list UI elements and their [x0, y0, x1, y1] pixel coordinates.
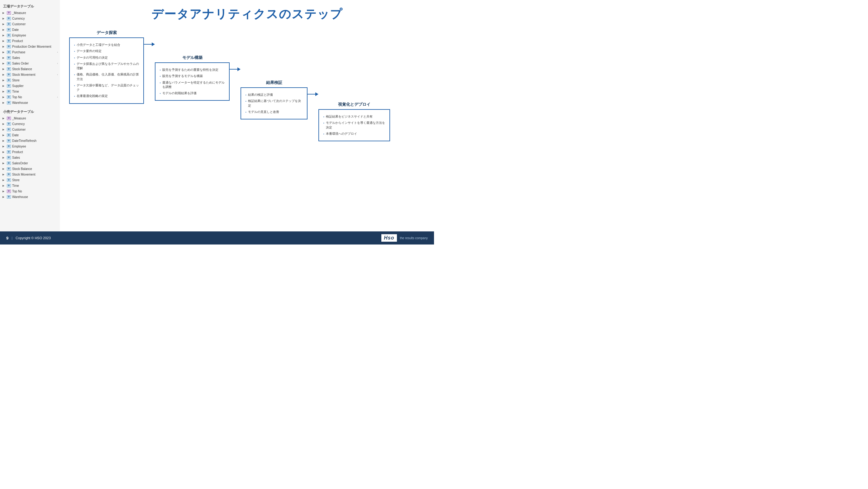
item-icon: ⊞	[6, 183, 11, 188]
expand-arrow: ▶	[2, 62, 6, 65]
step4: 視覚化とデプロイ 検証結果をビジネスサイドと共有モデルからインサイトを導く最適な…	[318, 102, 390, 141]
item-expand: ›	[57, 51, 58, 54]
sidebar-retail-item[interactable]: ▶ ⊞ Product	[0, 149, 60, 155]
item-icon: ⊞	[6, 78, 11, 82]
list-item: 販売を予測するモデルを構築	[160, 73, 225, 79]
item-label: Product	[12, 39, 23, 43]
expand-arrow: ▶	[2, 128, 6, 131]
sidebar-retail-item[interactable]: ▶ ⊞ Store	[0, 177, 60, 183]
item-icon: ⊞	[6, 84, 11, 88]
sidebar-retail-item[interactable]: ▶ ⊞ Time	[0, 183, 60, 189]
list-item: モデルからインサイトを導く最適な方法を決定	[323, 120, 385, 131]
item-label: Product	[12, 150, 23, 154]
list-item: データ探索および異なるテーブルやカラムの理解	[74, 61, 139, 72]
item-label: Top No	[12, 95, 22, 99]
sidebar: 工場データテーブル ▶ ⚙ _Measure ▶ ⊞ Currency ▶ ⊞ …	[0, 0, 60, 240]
sidebar-factory-item[interactable]: ▶ ⊞ Stock Balance	[0, 66, 60, 72]
sidebar-factory-item[interactable]: ▶ ⚙ _Measure	[0, 10, 60, 16]
sidebar-retail-item[interactable]: ▶ ⚙ Top No	[0, 189, 60, 194]
expand-arrow: ▶	[2, 23, 6, 26]
step3: 結果検証 結果の検証と評価検証結果に基づいて次のステップを決定モデルの見直しと改…	[241, 80, 308, 119]
expand-arrow: ▶	[2, 11, 6, 15]
expand-arrow: ▶	[2, 73, 6, 76]
footer: 9 | Copyright © HSO 2023 Hso the results…	[0, 231, 434, 244]
item-icon: ⚙	[6, 10, 11, 15]
expand-arrow: ▶	[2, 45, 6, 48]
item-label: Top No	[12, 190, 22, 193]
sidebar-retail-item[interactable]: ▶ ⊞ Employee	[0, 143, 60, 149]
list-item: データ要件の特定	[74, 48, 139, 54]
expand-arrow: ▶	[2, 173, 6, 176]
item-icon: ⊞	[6, 144, 11, 148]
expand-arrow: ▶	[2, 84, 6, 87]
list-item: 検証結果をビジネスサイドと共有	[323, 114, 385, 120]
sidebar-factory-item[interactable]: ▶ ⊞ Purchase ›	[0, 49, 60, 55]
sidebar-retail-item[interactable]: ▶ ⊞ Date	[0, 132, 60, 138]
expand-arrow: ▶	[2, 39, 6, 42]
item-icon: ⊞	[6, 39, 11, 43]
item-icon: ⊞	[6, 195, 11, 199]
sidebar-factory-item[interactable]: ▶ ⊞ Supplier	[0, 83, 60, 89]
sidebar-retail-item[interactable]: ▶ ⊞ Sales	[0, 155, 60, 160]
expand-arrow: ▶	[2, 90, 6, 93]
expand-arrow: ▶	[2, 117, 6, 120]
expand-arrow: ▶	[2, 67, 6, 70]
item-label: Stock Movement	[12, 73, 35, 77]
sidebar-factory-item[interactable]: ▶ ⊞ Store	[0, 77, 60, 83]
step4-box: 検証結果をビジネスサイドと共有モデルからインサイトを導く最適な方法を決定本番環境…	[318, 109, 390, 141]
sidebar-factory-item[interactable]: ▶ ⊞ Date	[0, 27, 60, 32]
item-icon: ⊞	[6, 122, 11, 126]
sidebar-retail-item[interactable]: ▶ ⊞ Customer	[0, 126, 60, 132]
sidebar-factory-item[interactable]: ▶ ⊞ Stock Movement ›	[0, 72, 60, 77]
sidebar-retail-item[interactable]: ▶ ⚙ _Measure	[0, 115, 60, 121]
sidebar-retail-item[interactable]: ▶ ⊞ Currency	[0, 121, 60, 126]
list-item: 販売を予測するための重要な特性を決定	[160, 67, 225, 73]
list-item: 結果の検証と評価	[246, 92, 303, 98]
item-icon: ⊞	[6, 133, 11, 137]
step3-box: 結果の検証と評価検証結果に基づいて次のステップを決定モデルの見直しと改善	[241, 87, 308, 119]
sidebar-factory-item[interactable]: ▶ ⊞ Product	[0, 38, 60, 44]
sidebar-factory-item[interactable]: ▶ ⊞ Top No ›	[0, 94, 60, 100]
item-icon: ⊞	[6, 161, 11, 165]
item-label: Stock Balance	[12, 67, 32, 71]
expand-arrow: ▶	[2, 34, 6, 37]
sidebar-factory-item[interactable]: ▶ ⊞ Currency	[0, 16, 60, 21]
expand-arrow: ▶	[2, 190, 6, 193]
item-icon: ⊞	[6, 27, 11, 32]
sidebar-factory-item[interactable]: ▶ ⊞ Production Order Movement	[0, 44, 60, 49]
sidebar-factory-item[interactable]: ▶ ⊞ Warehouse	[0, 100, 60, 106]
item-icon: ⊞	[6, 22, 11, 26]
item-icon: ⊞	[6, 172, 11, 176]
expand-arrow: ▶	[2, 51, 6, 54]
sidebar-retail-item[interactable]: ▶ ⊞ Stock Movement	[0, 172, 60, 177]
item-label: Warehouse	[12, 195, 28, 199]
list-item: データの可用性の決定	[74, 55, 139, 61]
item-label: Date	[12, 134, 19, 137]
sidebar-factory-item[interactable]: ▶ ⊞ Sales	[0, 55, 60, 60]
arrow-line	[144, 44, 152, 45]
arrow-head	[315, 92, 318, 96]
item-icon: ⊞	[6, 178, 11, 182]
sidebar-factory-item[interactable]: ▶ ⊞ Customer	[0, 21, 60, 27]
sidebar-retail-item[interactable]: ▶ ⊞ Stock Balance	[0, 166, 60, 172]
list-item: 価格、商品価格、仕入原価、在庫残高の計算方法	[74, 71, 139, 82]
expand-arrow: ▶	[2, 139, 6, 142]
step1: データ探索 小売データと工場データを結合データ要件の特定データの可用性の決定デー…	[69, 30, 144, 104]
sidebar-retail-item[interactable]: ▶ ⊞ SalesOrder	[0, 160, 60, 166]
item-icon: ⊞	[6, 155, 11, 160]
sidebar-factory-item[interactable]: ▶ ⊞ Sales Order ›	[0, 60, 60, 66]
sidebar-retail-item[interactable]: ▶ ⊞ Warehouse	[0, 194, 60, 200]
item-icon: ⊞	[6, 33, 11, 37]
item-label: Currency	[12, 122, 25, 126]
item-label: Store	[12, 79, 20, 82]
item-label: Store	[12, 178, 20, 182]
sidebar-factory-item[interactable]: ▶ ⊞ Employee	[0, 32, 60, 38]
item-icon: ⊞	[6, 44, 11, 49]
step2-box: 販売を予測するための重要な特性を決定販売を予測するモデルを構築最適なパラメーター…	[155, 62, 229, 101]
item-label: _Measure	[12, 11, 26, 15]
sidebar-factory-item[interactable]: ▶ ⊞ Time	[0, 89, 60, 94]
sidebar-retail-item[interactable]: ▶ ⊞ DateTimeRefresh	[0, 138, 60, 143]
arrow-line	[308, 94, 315, 94]
item-icon: ⊞	[6, 127, 11, 132]
expand-arrow: ▶	[2, 56, 6, 59]
